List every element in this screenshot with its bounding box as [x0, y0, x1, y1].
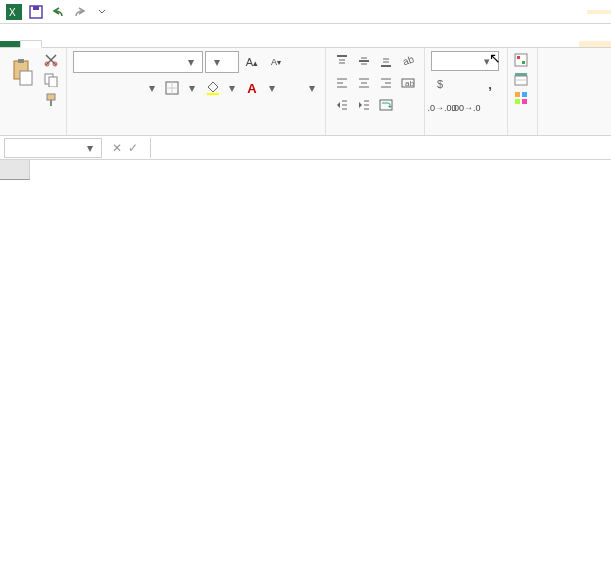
tab-review[interactable] [122, 41, 142, 47]
cond-format-icon [514, 53, 528, 67]
increase-decimal-button[interactable]: .0→.00 [431, 97, 453, 119]
wrap-text-button[interactable] [376, 95, 396, 115]
tab-view[interactable] [142, 41, 162, 47]
svg-rect-52 [515, 92, 520, 97]
tab-layout[interactable] [62, 41, 82, 47]
enter-formula-icon[interactable]: ✓ [128, 141, 138, 155]
title-bar: X [0, 0, 611, 24]
name-box[interactable]: ▾ [4, 138, 102, 158]
ribbon-tabs [0, 24, 611, 48]
svg-rect-53 [522, 92, 527, 97]
font-size-select[interactable]: ▾ [205, 51, 239, 73]
group-styles [508, 48, 538, 135]
align-bottom-button[interactable] [376, 51, 396, 71]
font-name-select[interactable]: ▾ [73, 51, 203, 73]
currency-icon: $ [435, 77, 449, 91]
align-left-button[interactable] [332, 73, 352, 93]
svg-rect-48 [522, 61, 525, 64]
tab-dev[interactable] [162, 41, 182, 47]
tab-data[interactable] [102, 41, 122, 47]
font-color-button[interactable]: A [241, 77, 263, 99]
chevron-down-icon[interactable]: ▾ [305, 81, 319, 95]
svg-rect-47 [517, 56, 520, 59]
orientation-button[interactable]: ab [398, 51, 418, 71]
redo-icon[interactable] [70, 2, 90, 22]
bold-button[interactable] [73, 77, 95, 99]
cursor-icon: ↖ [489, 50, 501, 66]
tab-home[interactable] [20, 40, 42, 48]
save-icon[interactable] [26, 2, 46, 22]
cell-style-icon [514, 91, 528, 105]
chevron-down-icon[interactable]: ▾ [145, 81, 159, 95]
copy-button[interactable] [42, 71, 60, 89]
tab-design[interactable] [579, 41, 611, 47]
decrease-font-button[interactable]: A▾ [265, 51, 287, 73]
accounting-format-button[interactable]: $ [431, 73, 453, 95]
format-table-button[interactable] [514, 70, 531, 88]
ribbon: ▾ ▾ A▴ A▾ ▾ ▾ ▾ A ▾ ▾ [0, 48, 611, 136]
contextual-tab-label [587, 10, 611, 14]
chevron-down-icon[interactable]: ▾ [225, 81, 239, 95]
svg-rect-12 [50, 100, 52, 106]
phonetic-button[interactable] [281, 77, 303, 99]
cancel-formula-icon[interactable]: ✕ [112, 141, 122, 155]
svg-rect-6 [20, 71, 32, 85]
chevron-down-icon[interactable]: ▾ [265, 81, 279, 95]
chevron-down-icon: ▾ [184, 55, 198, 69]
decrease-decimal-button[interactable]: .00→.0 [455, 97, 477, 119]
conditional-format-button[interactable] [514, 51, 531, 69]
comma-button[interactable]: , [479, 73, 501, 95]
bucket-icon [205, 81, 219, 95]
paste-button[interactable] [6, 51, 38, 95]
copy-icon [44, 73, 58, 87]
tab-file[interactable] [0, 41, 20, 47]
chevron-down-icon[interactable]: ▾ [185, 81, 199, 95]
svg-rect-46 [515, 54, 527, 66]
svg-rect-3 [33, 6, 39, 10]
formula-bar-row: ▾ ✕ ✓ [0, 136, 611, 160]
svg-rect-16 [207, 93, 219, 95]
formula-bar[interactable] [150, 138, 611, 158]
align-top-button[interactable] [332, 51, 352, 71]
svg-rect-5 [18, 59, 24, 63]
format-painter-button[interactable] [42, 91, 60, 109]
undo-icon[interactable] [48, 2, 68, 22]
align-center-button[interactable] [354, 73, 374, 93]
cell-styles-button[interactable] [514, 89, 531, 107]
select-all-corner[interactable] [0, 160, 30, 180]
border-icon [165, 81, 179, 95]
svg-rect-11 [47, 94, 55, 100]
chevron-down-icon: ▾ [210, 55, 224, 69]
border-button[interactable] [161, 77, 183, 99]
svg-text:X: X [9, 7, 16, 18]
group-clipboard [0, 48, 67, 135]
underline-button[interactable] [121, 77, 143, 99]
align-right-button[interactable] [376, 73, 396, 93]
align-middle-button[interactable] [354, 51, 374, 71]
paste-icon [10, 59, 34, 87]
tab-insert[interactable] [42, 41, 62, 47]
fill-color-button[interactable] [201, 77, 223, 99]
decrease-indent-button[interactable] [332, 95, 352, 115]
svg-text:ab: ab [401, 54, 415, 67]
cut-icon [44, 53, 58, 67]
brush-icon [44, 93, 58, 107]
group-font: ▾ ▾ A▴ A▾ ▾ ▾ ▾ A ▾ ▾ [67, 48, 326, 135]
cut-button[interactable] [42, 51, 60, 69]
qat-dropdown-icon[interactable] [92, 2, 112, 22]
italic-button[interactable] [97, 77, 119, 99]
table-style-icon [514, 72, 528, 86]
percent-button[interactable] [455, 73, 477, 95]
tab-formula[interactable] [82, 41, 102, 47]
group-number: ▾ $ , .0→.00 .00→.0 ↖ [425, 48, 508, 135]
svg-text:ab: ab [405, 79, 414, 88]
svg-rect-55 [522, 99, 527, 104]
svg-text:$: $ [437, 78, 443, 90]
svg-rect-54 [515, 99, 520, 104]
excel-icon[interactable]: X [4, 2, 24, 22]
increase-indent-button[interactable] [354, 95, 374, 115]
increase-font-button[interactable]: A▴ [241, 51, 263, 73]
svg-rect-10 [49, 77, 57, 87]
chevron-down-icon: ▾ [83, 141, 97, 155]
merge-button[interactable]: ab [398, 73, 418, 93]
